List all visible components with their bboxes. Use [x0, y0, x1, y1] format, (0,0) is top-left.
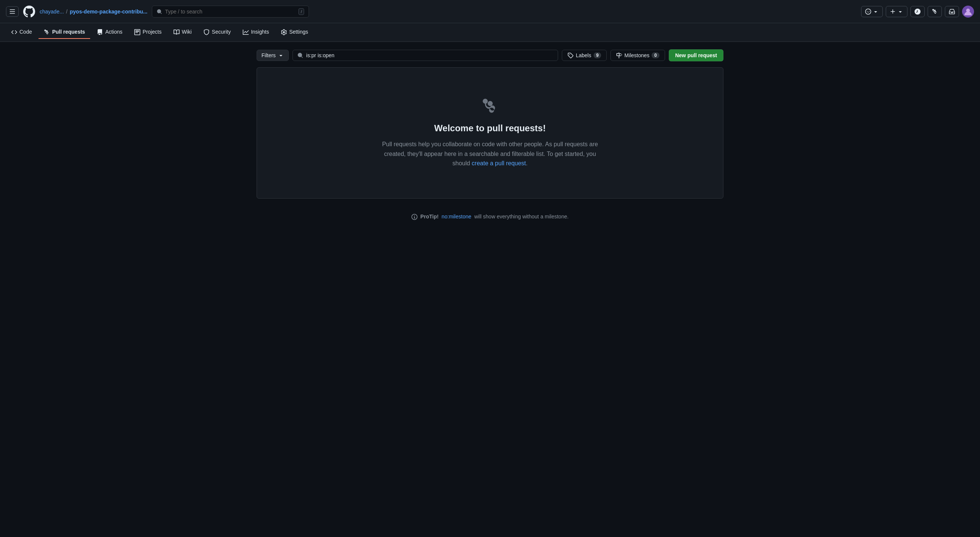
nav-insights[interactable]: Insights — [237, 26, 274, 39]
pro-tip-after: will show everything without a milestone… — [474, 213, 568, 219]
pr-icon — [44, 29, 50, 35]
top-nav: chayade... / pyos-demo-package-contribu.… — [0, 0, 980, 23]
pro-tip-icon — [412, 213, 417, 220]
nav-pull-requests[interactable]: Pull requests — [38, 26, 90, 39]
milestones-count: 0 — [652, 52, 659, 58]
svg-point-1 — [869, 11, 870, 11]
svg-point-0 — [867, 11, 868, 11]
no-milestone-link[interactable]: no:milestone — [442, 213, 471, 219]
empty-title: Welcome to pull requests! — [434, 123, 546, 133]
copilot-button[interactable] — [861, 6, 883, 17]
breadcrumb: chayade... / pyos-demo-package-contribu.… — [40, 9, 147, 14]
nav-actions[interactable]: Actions — [92, 26, 127, 39]
pr-list-container: Welcome to pull requests! Pull requests … — [256, 67, 724, 199]
avatar[interactable] — [962, 6, 974, 17]
labels-button[interactable]: Labels 9 — [562, 50, 607, 61]
pr-empty-icon — [481, 98, 499, 116]
empty-state: Welcome to pull requests! Pull requests … — [257, 68, 723, 198]
breadcrumb-slash: / — [66, 9, 68, 14]
settings-icon — [281, 29, 287, 35]
filter-input[interactable] — [306, 52, 554, 58]
new-button[interactable] — [886, 6, 907, 17]
nav-icons — [861, 6, 974, 17]
main-content: Filters Labels 9 Milestones 0 — [251, 42, 729, 227]
repo-name[interactable]: pyos-demo-package-contribu... — [70, 9, 148, 14]
wiki-icon — [173, 29, 180, 35]
create-pr-link[interactable]: create a pull request — [472, 160, 526, 167]
hamburger-button[interactable] — [6, 6, 19, 17]
actions-icon — [97, 29, 103, 35]
nav-code[interactable]: Code — [6, 26, 37, 39]
timer-button[interactable] — [910, 6, 924, 17]
insights-icon — [243, 29, 249, 35]
empty-desc: Pull requests help you collaborate on co… — [382, 140, 598, 168]
labels-count: 9 — [593, 52, 601, 58]
username[interactable]: chayade... — [40, 9, 64, 14]
new-pull-request-button[interactable]: New pull request — [669, 49, 724, 61]
security-icon — [204, 29, 210, 35]
code-icon — [11, 29, 17, 35]
filters-button[interactable]: Filters — [256, 50, 289, 61]
nav-security[interactable]: Security — [198, 26, 236, 39]
nav-projects[interactable]: Projects — [129, 26, 167, 39]
pro-tip: ProTip! no:milestone will show everythin… — [256, 213, 724, 220]
github-logo[interactable] — [23, 6, 35, 17]
pro-tip-label: ProTip! — [420, 213, 439, 219]
filters-label: Filters — [261, 52, 276, 58]
global-search[interactable]: / — [152, 6, 309, 17]
pull-request-button[interactable] — [928, 6, 942, 17]
nav-settings[interactable]: Settings — [276, 26, 313, 39]
repo-nav: Code Pull requests Actions Projects — [0, 23, 980, 42]
labels-label: Labels — [576, 52, 591, 58]
milestones-label: Milestones — [624, 52, 649, 58]
nav-wiki[interactable]: Wiki — [168, 26, 197, 39]
inbox-button[interactable] — [945, 6, 959, 17]
filter-search[interactable] — [293, 50, 558, 61]
search-kbd: / — [299, 8, 304, 15]
milestones-button[interactable]: Milestones 0 — [611, 50, 665, 61]
projects-icon — [134, 29, 140, 35]
filter-bar: Filters Labels 9 Milestones 0 — [256, 49, 724, 61]
search-input[interactable] — [165, 9, 296, 14]
